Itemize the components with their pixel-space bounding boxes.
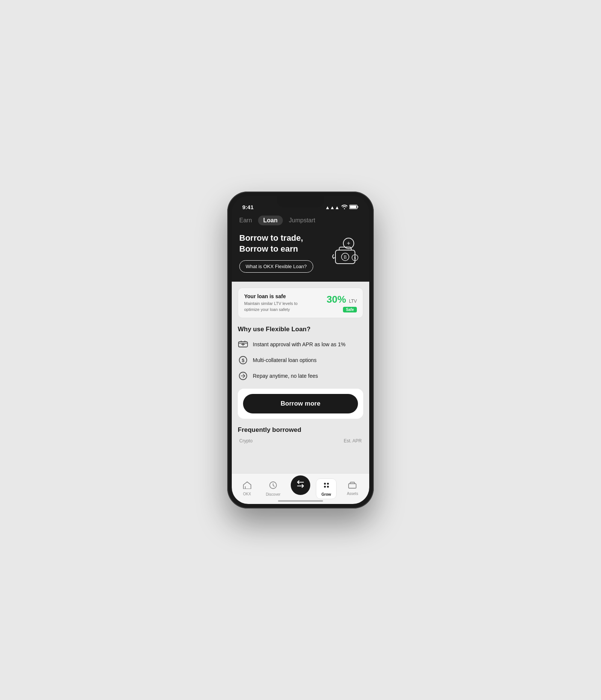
phone-screen: 9:41 ▲▲▲ (232, 196, 369, 504)
instant-approval-icon (238, 339, 248, 350)
svg-text:+: + (347, 240, 350, 246)
grow-icon (322, 481, 331, 491)
multi-collateral-icon: $ (238, 355, 248, 365)
home-indicator (278, 500, 323, 502)
content-section: Your loan is safe Maintain similar LTV l… (232, 282, 369, 473)
nav-grow[interactable]: Grow (316, 478, 337, 499)
flexible-loan-info-button[interactable]: What is OKX Flexible Loan? (239, 260, 313, 273)
freq-col-apr: Est. APR (344, 438, 362, 444)
borrow-section: Borrow more (238, 389, 363, 419)
freq-table-header: Crypto Est. APR (238, 438, 363, 444)
loan-card-info: Your loan is safe Maintain similar LTV l… (244, 293, 304, 312)
feature-text-approval: Instant approval with APR as low as 1% (253, 341, 346, 347)
nav-assets[interactable]: Assets (342, 479, 362, 499)
ltv-label: LTV (349, 299, 357, 304)
nav-discover-label: Discover (266, 492, 281, 496)
hero-banner: Borrow to trade, Borrow to earn What is … (239, 233, 362, 273)
why-section: Why use Flexible Loan? Instant approval … (238, 326, 363, 381)
loan-safe-description: Maintain similar LTV levels to optimize … (244, 301, 304, 312)
feature-multi-collateral: $ Multi-collateral loan options (238, 355, 363, 365)
svg-point-17 (327, 486, 329, 488)
why-title: Why use Flexible Loan? (238, 326, 363, 333)
nav-okx[interactable]: OKX (239, 478, 256, 499)
freq-title: Frequently borrowed (238, 426, 363, 434)
status-icons: ▲▲▲ (325, 205, 359, 210)
safe-badge: Safe (343, 307, 357, 312)
bottom-navigation: OKX Discover (232, 473, 369, 504)
home-icon (243, 481, 251, 491)
nav-grow-label: Grow (322, 492, 331, 496)
feature-text-collateral: Multi-collateral loan options (253, 357, 317, 363)
feature-text-repay: Repay anytime, no late fees (253, 373, 318, 379)
feature-repay: Repay anytime, no late fees (238, 371, 363, 381)
loan-ltv-display: 30% LTV Safe (326, 294, 357, 312)
loan-illustration: + B $ (328, 236, 362, 270)
svg-text:$: $ (354, 256, 356, 260)
svg-rect-18 (349, 484, 356, 488)
hero-title: Borrow to trade, Borrow to earn (239, 233, 313, 254)
svg-text:B: B (344, 255, 347, 260)
phone-notch (277, 196, 324, 207)
ltv-value-container: 30% LTV (326, 294, 357, 305)
header-section: Earn Loan Jumpstart Borrow to trade, Bor… (232, 213, 369, 282)
svg-rect-1 (350, 206, 356, 208)
battery-icon (349, 205, 359, 210)
feature-instant-approval: Instant approval with APR as low as 1% (238, 339, 363, 350)
freq-col-crypto: Crypto (239, 438, 252, 444)
borrow-more-button[interactable]: Borrow more (243, 394, 358, 413)
assets-icon (348, 482, 356, 490)
tabs-container: Earn Loan Jumpstart (239, 216, 362, 225)
svg-point-15 (327, 483, 329, 485)
tab-jumpstart[interactable]: Jumpstart (289, 216, 315, 225)
discover-icon (269, 481, 277, 491)
status-time: 9:41 (242, 204, 254, 210)
ltv-percent: 30% (326, 294, 346, 305)
loan-safety-card: Your loan is safe Maintain similar LTV l… (238, 288, 363, 318)
svg-point-16 (324, 486, 326, 488)
tab-loan[interactable]: Loan (258, 216, 283, 225)
phone-device: 9:41 ▲▲▲ (227, 192, 374, 508)
nav-okx-label: OKX (243, 492, 251, 496)
tab-earn[interactable]: Earn (239, 216, 252, 225)
svg-point-14 (324, 483, 326, 485)
nav-discover[interactable]: Discover (261, 478, 285, 499)
nav-assets-label: Assets (347, 492, 358, 496)
hero-text: Borrow to trade, Borrow to earn What is … (239, 233, 313, 273)
signal-icon: ▲▲▲ (325, 205, 340, 210)
frequently-borrowed-section: Frequently borrowed Crypto Est. APR (238, 426, 363, 444)
repay-icon (238, 371, 248, 381)
nav-trade[interactable] (291, 475, 310, 495)
loan-safe-title: Your loan is safe (244, 293, 304, 299)
trade-icon (296, 480, 305, 491)
svg-text:$: $ (242, 358, 245, 363)
wifi-icon (341, 205, 347, 210)
